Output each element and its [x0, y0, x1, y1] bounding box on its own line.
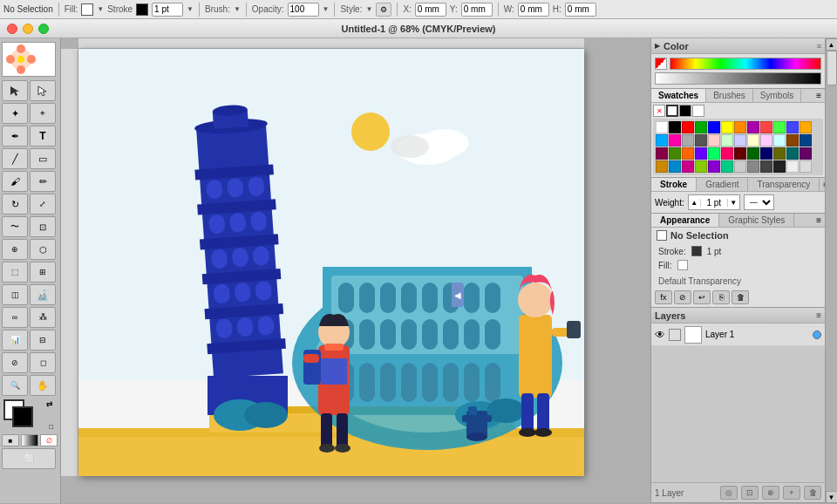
color-swatch[interactable] [773, 134, 786, 146]
brush-arrow[interactable]: ▼ [234, 5, 241, 13]
pencil-tool[interactable]: ✏ [30, 171, 56, 192]
style-arrow[interactable]: ▼ [365, 5, 372, 13]
color-swatch[interactable] [682, 147, 694, 160]
default-colors-btn[interactable]: □ [49, 423, 53, 431]
canvas-wrapper[interactable] [78, 49, 584, 476]
color-swatch[interactable] [760, 147, 772, 160]
tab-appearance[interactable]: Appearance [651, 214, 719, 227]
tab-transparency[interactable]: Transparency [748, 178, 820, 191]
color-swatch[interactable] [760, 121, 772, 133]
opacity-input[interactable] [288, 3, 319, 17]
color-swatch[interactable] [656, 134, 668, 146]
color-swatch[interactable] [721, 147, 733, 160]
minimize-button[interactable] [23, 24, 33, 34]
color-swatch[interactable] [747, 134, 759, 146]
reduce-appearance-btn[interactable]: ↩ [693, 290, 711, 304]
color-swatch[interactable] [786, 121, 799, 133]
swatches-panel-options[interactable]: ≡ [813, 89, 825, 102]
artboard-tool[interactable]: ⊟ [30, 330, 56, 351]
type-tool[interactable]: T [30, 126, 56, 146]
perspective-tool[interactable]: ⬚ [2, 262, 28, 283]
blend-tool[interactable]: ∞ [2, 307, 28, 328]
color-swatch[interactable] [656, 160, 668, 173]
color-swatch[interactable] [786, 134, 799, 146]
stroke-swatch[interactable] [136, 3, 148, 16]
color-swatch[interactable] [760, 160, 772, 173]
stroke-arrow[interactable]: ▼ [187, 5, 194, 13]
direct-selection-tool[interactable] [30, 80, 56, 101]
layer-visibility-toggle[interactable]: 👁 [655, 329, 665, 341]
hand-tool[interactable]: ✋ [30, 375, 56, 396]
color-swatch[interactable] [773, 160, 786, 173]
color-swatch[interactable] [695, 121, 707, 133]
maximize-button[interactable] [38, 24, 49, 34]
color-swatch[interactable] [773, 121, 786, 133]
scale-tool[interactable]: ⤢ [30, 194, 56, 215]
w-input[interactable] [518, 3, 549, 17]
color-swatch[interactable] [734, 160, 746, 173]
color-swatch[interactable] [669, 147, 681, 160]
color-swatch[interactable] [773, 147, 786, 160]
color-swatch[interactable] [695, 160, 707, 173]
color-swatch[interactable] [800, 121, 812, 133]
slice-tool[interactable]: ⊘ [2, 352, 28, 373]
style-options-btn[interactable]: ⚙ [376, 3, 391, 17]
weight-down-btn[interactable]: ▼ [727, 199, 739, 207]
color-swatch[interactable] [734, 134, 746, 146]
color-swatch[interactable] [708, 134, 720, 146]
shape-builder-tool[interactable]: ⊕ [2, 239, 28, 260]
color-swatch[interactable] [708, 121, 720, 133]
delete-layer-btn[interactable]: 🗑 [804, 486, 821, 500]
duplicate-item-btn[interactable]: ⎘ [712, 290, 730, 304]
color-swatch[interactable] [800, 147, 812, 160]
warp-tool[interactable]: 〜 [2, 216, 28, 237]
cap-style-select[interactable]: — [744, 194, 774, 210]
color-panel-options[interactable]: ≡ [817, 42, 821, 51]
free-transform-tool[interactable]: ⊡ [30, 216, 56, 237]
line-tool[interactable]: ╱ [2, 148, 28, 169]
color-swatch[interactable] [747, 160, 759, 173]
color-swatch[interactable] [656, 121, 668, 133]
eraser-tool[interactable]: ◻ [30, 352, 56, 373]
lasso-tool[interactable]: ⌖ [30, 103, 56, 124]
new-sublayer-btn[interactable]: ⊕ [762, 486, 779, 500]
pen-tool[interactable]: ✒ [2, 126, 28, 146]
tab-stroke[interactable]: Stroke [651, 178, 697, 191]
new-layer-btn[interactable]: + [783, 486, 800, 500]
color-swatch[interactable] [786, 160, 799, 173]
scroll-thumb[interactable] [827, 51, 837, 85]
y-input[interactable] [461, 3, 493, 17]
scroll-down-btn[interactable]: ▼ [826, 491, 838, 503]
color-swatch[interactable] [695, 147, 707, 160]
swap-colors-btn[interactable]: ⇄ [46, 399, 53, 408]
live-paint-tool[interactable]: ⬡ [30, 239, 56, 260]
color-swatch[interactable] [682, 160, 694, 173]
color-swatch[interactable] [734, 121, 746, 133]
make-clipping-mask-btn[interactable]: ⊡ [741, 486, 759, 500]
fill-swatch[interactable] [81, 3, 93, 16]
color-swatch[interactable] [708, 147, 720, 160]
eyedropper-tool[interactable]: 🔬 [30, 284, 56, 305]
stroke-color-box[interactable] [12, 406, 33, 427]
color-swatch[interactable] [800, 134, 812, 146]
close-button[interactable] [7, 24, 17, 34]
panel-expand-btn[interactable]: ◀ [452, 283, 464, 307]
color-spectrum-bar[interactable] [670, 58, 821, 70]
tab-graphic-styles[interactable]: Graphic Styles [719, 214, 794, 227]
weight-input[interactable] [701, 195, 727, 209]
column-graph-tool[interactable]: 📊 [2, 330, 28, 351]
color-swatch[interactable] [669, 134, 681, 146]
color-swatch[interactable] [747, 147, 759, 160]
tab-symbols[interactable]: Symbols [753, 89, 801, 102]
color-swatch[interactable] [669, 121, 681, 133]
color-swatch[interactable] [682, 121, 694, 133]
color-swatch[interactable] [760, 134, 772, 146]
color-swatch[interactable] [747, 121, 759, 133]
black-swatch[interactable] [679, 105, 691, 117]
locate-object-btn[interactable]: ◎ [720, 486, 738, 500]
layer-lock-icon[interactable] [669, 329, 681, 341]
layer-1-row[interactable]: 👁 Layer 1 [651, 324, 825, 346]
rotate-tool[interactable]: ↻ [2, 194, 28, 215]
gradient-mode-btn[interactable] [21, 434, 38, 446]
c-slider[interactable] [655, 72, 821, 85]
